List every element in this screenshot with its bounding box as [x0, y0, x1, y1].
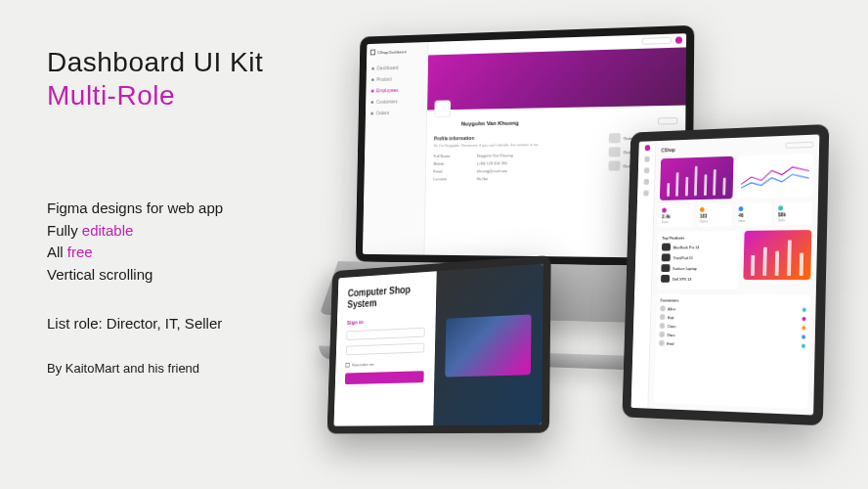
marketing-copy: Dashboard UI Kit Multi-Role Figma design… — [47, 47, 360, 376]
feature-line-3: All free — [47, 242, 360, 264]
feature-line-2: Fully editable — [47, 220, 360, 243]
t2-logo: CShop — [661, 147, 675, 153]
lp-section-title: Profile information — [434, 133, 603, 141]
lp-logo: CShop Dashboard — [370, 48, 424, 55]
t2-table-row[interactable]: Bob — [660, 314, 806, 322]
credit-line: By KaitoMart and his friend — [47, 361, 360, 376]
t2-table-row[interactable]: Dara — [659, 332, 805, 340]
t2-gradient-chart — [743, 230, 811, 280]
t2-bar-chart — [660, 156, 733, 200]
t2-list-item[interactable]: Surface Laptop — [661, 264, 735, 272]
login-hero-image — [433, 264, 543, 425]
t2-nav-icon[interactable] — [644, 156, 649, 162]
tablet-dashboard-mockup: CShop — [622, 124, 829, 425]
tablet2-screen: CShop — [631, 134, 820, 415]
t2-list-item[interactable]: ThinkPad X1 — [662, 253, 736, 261]
tablet1-frame: Computer Shop System Sign in Remember me — [327, 255, 551, 433]
headline-title: Dashboard UI Kit — [47, 47, 360, 78]
t2-stat-card: 2.4kUsers — [659, 204, 694, 227]
remember-me[interactable]: Remember me — [345, 360, 424, 367]
t2-topbar: CShop — [661, 141, 813, 155]
roles-line: List role: Director, IT, Seller — [47, 315, 360, 332]
t2-search-input[interactable] — [785, 142, 813, 149]
t2-stat-card: 183Orders — [697, 203, 732, 226]
lp-sidebar: CShop Dashboard Dashboard Product Employ… — [363, 42, 428, 255]
lp-info-row: Mobile(+84) 123 456 789 — [433, 160, 602, 166]
t2-product-list: Top Products MacBook Pro 14 ThinkPad X1 … — [657, 231, 740, 289]
t2-table-row[interactable]: Emil — [659, 340, 805, 349]
username-input[interactable] — [346, 328, 424, 340]
t2-nav-icon[interactable] — [643, 179, 648, 185]
tablet1-screen: Computer Shop System Sign in Remember me — [333, 264, 542, 426]
lp-profile-name: Nuygohn Van Khuong — [454, 120, 526, 127]
password-input[interactable] — [346, 342, 425, 355]
lp-info-row: LocationHa Noi — [433, 176, 602, 182]
lp-profile-hero — [427, 47, 686, 110]
t2-nav-icon[interactable] — [644, 167, 649, 173]
hero-laptop-image — [445, 314, 532, 377]
t2-table-row[interactable]: Alice — [660, 305, 806, 313]
lp-user-avatar[interactable] — [675, 36, 682, 43]
lp-info-row: Full NameNuygohn Van Khuong — [434, 153, 603, 158]
feature-list: Figma designs for web app Fully editable… — [47, 198, 360, 286]
t2-table-row[interactable]: Chen — [660, 323, 806, 331]
t2-line-chart — [737, 154, 814, 199]
t2-nav-icon[interactable] — [643, 191, 648, 197]
t2-stats-row: 2.4kUsers 183Orders 46Items $8kSales — [659, 202, 812, 228]
lp-profile-desc: Hi, I'm Nuygohn, Decisions: if you can't… — [434, 141, 603, 148]
t2-main: CShop — [648, 134, 819, 415]
lp-info-row: Emailkhuong@mail.com — [433, 168, 602, 174]
t2-list-item[interactable]: MacBook Pro 14 — [662, 243, 736, 251]
feature-line-1: Figma designs for web app — [47, 198, 360, 220]
t2-stat-card: 46Items — [735, 202, 771, 226]
lp-logo-icon — [370, 50, 375, 56]
t2-nav-home-icon[interactable] — [644, 145, 649, 151]
headline-subtitle: Multi-Role — [47, 80, 360, 111]
tablet-login-mockup: Computer Shop System Sign in Remember me — [327, 255, 551, 433]
login-button[interactable] — [345, 371, 424, 384]
signin-label: Sign in — [347, 316, 425, 326]
login-title: Computer Shop System — [347, 284, 426, 311]
login-form: Computer Shop System Sign in Remember me — [333, 271, 436, 425]
feature-line-4: Vertical scrolling — [47, 264, 360, 287]
lp-profile-avatar — [434, 100, 451, 117]
tablet2-frame: CShop — [622, 124, 829, 425]
t2-customer-table: Customers Alice Bob Chen Dara Emil — [654, 294, 810, 409]
t2-list-item[interactable]: Dell XPS 13 — [661, 275, 735, 283]
lp-search-input[interactable] — [642, 37, 672, 45]
remember-checkbox[interactable] — [345, 363, 349, 368]
lp-nav-orders[interactable]: Orders — [369, 107, 422, 119]
t2-stat-card: $8kSales — [775, 202, 812, 226]
